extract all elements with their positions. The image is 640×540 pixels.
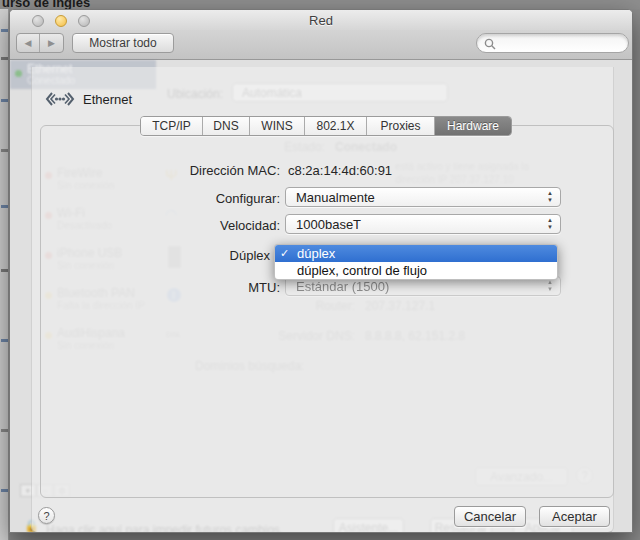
speed-value: 1000baseT	[296, 217, 361, 232]
window-content: Ubicación: Automática Ethernet Conectado…	[10, 60, 632, 533]
toolbar: ◀ ▶ Mostrar todo	[10, 30, 632, 60]
popup-stepper-icon: ▲▼	[545, 217, 555, 231]
duplex-dropdown-menu: ✓ dúplex dúplex, control de flujo	[274, 244, 558, 280]
accept-button[interactable]: Aceptar	[539, 506, 610, 527]
back-icon[interactable]: ◀	[17, 34, 40, 52]
search-field[interactable]	[476, 33, 629, 53]
tab-tcpip[interactable]: TCP/IP	[141, 117, 203, 136]
titlebar[interactable]: Red	[10, 10, 632, 30]
tab-dns[interactable]: DNS	[203, 117, 250, 136]
search-icon	[484, 38, 496, 50]
tab-bar: TCP/IP DNS WINS 802.1X Proxies Hardware	[140, 116, 512, 136]
tab-8021x[interactable]: 802.1X	[305, 117, 367, 136]
mtu-value: Estándar (1500)	[296, 279, 389, 294]
search-input[interactable]	[499, 35, 621, 51]
speed-popup[interactable]: 1000baseT ▲▼	[285, 214, 561, 234]
background-window-text: urso de Inglés	[2, 0, 90, 9]
mac-address-label: Dirección MAC:	[100, 163, 280, 178]
menu-item-duplex[interactable]: ✓ dúplex	[275, 245, 557, 262]
service-name: Ethernet	[83, 92, 132, 107]
popup-stepper-icon: ▲▼	[545, 190, 555, 204]
window-title: Red	[10, 13, 632, 28]
tab-proxies[interactable]: Proxies	[367, 117, 435, 136]
speed-label: Velocidad:	[100, 218, 280, 233]
forward-icon[interactable]: ▶	[40, 34, 63, 52]
desktop-background-strip: urso de Inglés	[0, 0, 640, 9]
help-button[interactable]: ?	[38, 507, 55, 524]
desktop-left-strip	[0, 9, 9, 540]
nav-back-forward[interactable]: ◀ ▶	[16, 33, 64, 53]
configure-popup[interactable]: Manualmente ▲▼	[285, 187, 561, 207]
mtu-label: MTU:	[100, 280, 280, 295]
tab-hardware[interactable]: Hardware	[435, 117, 511, 136]
duplex-label: Dúplex	[90, 248, 270, 263]
tab-view-box	[40, 125, 614, 498]
configure-value: Manualmente	[296, 190, 375, 205]
configure-label: Configurar:	[100, 191, 280, 206]
cancel-button[interactable]: Cancelar	[454, 506, 526, 527]
hardware-sheet: Ethernet TCP/IP DNS WINS 802.1X Proxies …	[31, 67, 614, 533]
checkmark-icon: ✓	[280, 245, 289, 262]
network-preferences-window: Red ◀ ▶ Mostrar todo Ubicación: Automáti…	[9, 9, 633, 533]
status-dot	[15, 70, 22, 77]
ethernet-icon	[44, 89, 76, 109]
mac-address-value: c8:2a:14:4d:60:91	[288, 163, 392, 178]
tab-wins[interactable]: WINS	[250, 117, 305, 136]
popup-stepper-icon: ▲▼	[545, 279, 555, 293]
show-all-button[interactable]: Mostrar todo	[72, 33, 174, 53]
menu-item-duplex-flow-control[interactable]: dúplex, control de flujo	[275, 262, 557, 279]
service-header: Ethernet	[44, 87, 132, 111]
